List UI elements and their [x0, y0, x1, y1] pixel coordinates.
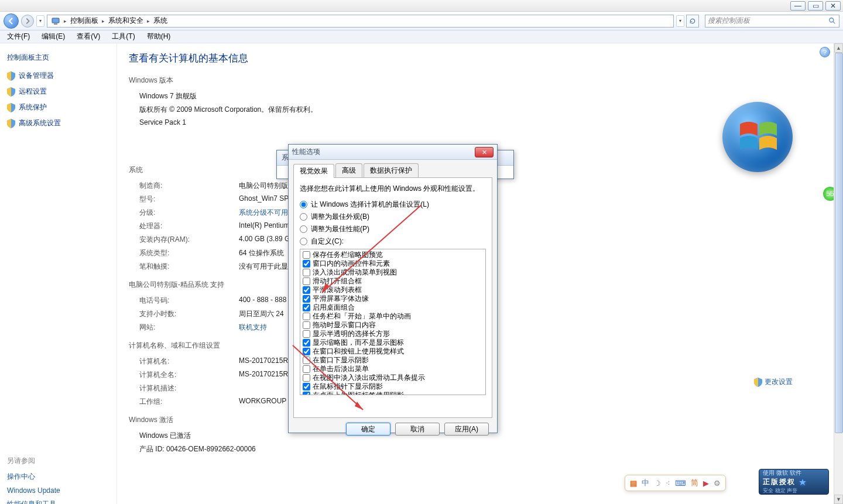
breadcrumb-item[interactable]: 控制面板 [68, 16, 101, 26]
checkbox-input[interactable] [303, 269, 310, 276]
breadcrumb-item[interactable]: 系统 [151, 16, 170, 26]
sidebar-home-link[interactable]: 控制面板主页 [7, 53, 109, 63]
ime-mode[interactable]: 简 [691, 478, 698, 488]
notification-badge[interactable]: 55 [823, 187, 834, 201]
menu-edit[interactable]: 编辑(E) [38, 30, 68, 43]
checkbox-input[interactable] [303, 374, 310, 382]
badge-line2: 正版授权 [763, 477, 825, 487]
nav-back-button[interactable] [4, 13, 19, 29]
dialog-close-button[interactable]: ✕ [475, 147, 494, 157]
menu-help[interactable]: 帮助(H) [143, 30, 174, 43]
checkbox-row-1[interactable]: 窗口内的动画控件和元素 [301, 259, 484, 268]
rating-label: 分级: [139, 208, 233, 218]
windows-edition-heading: Windows 版本 [129, 76, 822, 85]
scroll-down-button[interactable]: ▼ [834, 495, 843, 504]
checkbox-row-7[interactable]: 任务栏和「开始」菜单中的动画 [301, 312, 484, 321]
vertical-scrollbar[interactable]: ▲ ▼ [834, 43, 843, 504]
visual-effects-list[interactable]: 保存任务栏缩略图预览窗口内的动画控件和元素淡入淡出或滑动菜单到视图滑动打开组合框… [300, 249, 486, 395]
ime-moon-icon[interactable]: ☽ [654, 479, 661, 488]
maximize-button[interactable]: ▭ [808, 1, 823, 11]
badge-line3: 安全 稳定 声誉 [763, 487, 825, 495]
refresh-button[interactable] [686, 15, 699, 28]
checkbox-input[interactable] [303, 339, 310, 347]
checkbox-input[interactable] [303, 330, 310, 338]
ime-punct-icon[interactable]: ⁖ [666, 479, 670, 488]
ime-toolbar[interactable]: ▤ 中 ☽ ⁖ ⌨ 简 ▶ ⚙ [625, 475, 726, 491]
checkbox-input[interactable] [303, 356, 310, 364]
close-button[interactable]: ✕ [825, 1, 841, 11]
scroll-thumb[interactable] [835, 53, 843, 433]
ime-keyboard-icon[interactable]: ⌨ [675, 479, 686, 488]
tab-dep[interactable]: 数据执行保护 [364, 163, 419, 177]
radio-input[interactable] [300, 238, 307, 245]
checkbox-row-8[interactable]: 拖动时显示窗口内容 [301, 321, 484, 330]
checkbox-row-15[interactable]: 在鼠标指针下显示阴影 [301, 382, 484, 391]
menu-view[interactable]: 查看(V) [73, 30, 104, 43]
ime-gear-icon[interactable]: ⚙ [714, 479, 721, 488]
copyright-text: 版权所有 © 2009 Microsoft Corporation。保留所有权利… [139, 105, 822, 115]
address-bar[interactable]: ▸ 控制面板 ▸ 系统和安全 ▸ 系统 [47, 15, 674, 28]
sidebar-link-device-manager[interactable]: 设备管理器 [7, 71, 109, 81]
genuine-badge[interactable]: 使用 微软 软件 正版授权 安全 稳定 声誉 [759, 469, 829, 495]
checkbox-row-9[interactable]: 显示半透明的选择长方形 [301, 330, 484, 338]
checkbox-row-14[interactable]: 在视图中淡入淡出或滑动工具条提示 [301, 373, 484, 382]
search-input[interactable]: 搜索控制面板 [705, 15, 839, 28]
checkbox-input[interactable] [303, 392, 310, 395]
checkbox-input[interactable] [303, 251, 310, 259]
radio-option-1[interactable]: 调整为最佳外观(B) [300, 212, 486, 222]
checkbox-row-16[interactable]: 在桌面上为图标标签使用阴影 [301, 391, 484, 395]
checkbox-input[interactable] [303, 383, 310, 390]
help-button[interactable]: ? [820, 47, 830, 57]
address-dropdown[interactable]: ▾ [676, 15, 684, 27]
checkbox-row-11[interactable]: 在窗口和按钮上使用视觉样式 [301, 347, 484, 356]
checkbox-input[interactable] [303, 321, 310, 329]
radio-input[interactable] [300, 213, 307, 221]
ok-button[interactable]: 确定 [346, 423, 390, 436]
menu-tools[interactable]: 工具(T) [108, 30, 138, 43]
checkbox-row-4[interactable]: 平滑滚动列表框 [301, 286, 484, 294]
radio-input[interactable] [300, 225, 307, 233]
change-settings-link[interactable]: 更改设置 [754, 377, 793, 387]
ime-logo-icon[interactable]: ▤ [630, 479, 637, 488]
checkbox-input[interactable] [303, 295, 310, 303]
arrow-right-icon [24, 18, 31, 25]
checkbox-input[interactable] [303, 313, 310, 320]
checkbox-row-0[interactable]: 保存任务栏缩略图预览 [301, 251, 484, 259]
sidebar-link-advanced[interactable]: 高级系统设置 [7, 118, 109, 128]
checkbox-input[interactable] [303, 348, 310, 355]
nav-history-dropdown[interactable]: ▾ [36, 15, 44, 27]
checkbox-row-10[interactable]: 显示缩略图，而不是显示图标 [301, 338, 484, 347]
checkbox-input[interactable] [303, 260, 310, 268]
radio-input[interactable] [300, 201, 307, 208]
search-icon [828, 17, 837, 25]
checkbox-input[interactable] [303, 286, 310, 294]
tab-advanced[interactable]: 高级 [335, 163, 362, 177]
checkbox-input[interactable] [303, 365, 310, 373]
radio-option-0[interactable]: 让 Windows 选择计算机的最佳设置(L) [300, 200, 486, 210]
sidebar-related-windows-update[interactable]: Windows Update [7, 486, 109, 495]
apply-button[interactable]: 应用(A) [444, 423, 489, 436]
sidebar-related-perf-tools[interactable]: 性能信息和工具 [7, 499, 109, 504]
breadcrumb-item[interactable]: 系统和安全 [106, 16, 146, 26]
menu-file[interactable]: 文件(F) [4, 30, 33, 43]
ime-record-icon[interactable]: ▶ [703, 479, 709, 488]
sidebar-related-action-center[interactable]: 操作中心 [7, 472, 109, 482]
radio-option-3[interactable]: 自定义(C): [300, 236, 486, 246]
ime-lang[interactable]: 中 [642, 478, 649, 488]
checkbox-row-3[interactable]: 滑动打开组合框 [301, 277, 484, 286]
sidebar-link-remote[interactable]: 远程设置 [7, 87, 109, 97]
checkbox-input[interactable] [303, 304, 310, 311]
checkbox-row-6[interactable]: 启用桌面组合 [301, 303, 484, 312]
cancel-button[interactable]: 取消 [395, 423, 440, 436]
checkbox-row-2[interactable]: 淡入淡出或滑动菜单到视图 [301, 268, 484, 277]
checkbox-row-13[interactable]: 在单击后淡出菜单 [301, 365, 484, 373]
scroll-up-button[interactable]: ▲ [834, 43, 843, 53]
sidebar-link-protection[interactable]: 系统保护 [7, 102, 109, 112]
minimize-button[interactable]: — [790, 1, 806, 11]
nav-forward-button[interactable] [21, 15, 34, 28]
checkbox-row-12[interactable]: 在窗口下显示阴影 [301, 356, 484, 365]
radio-option-2[interactable]: 调整为最佳性能(P) [300, 224, 486, 234]
checkbox-input[interactable] [303, 277, 310, 285]
tab-visual-effects[interactable]: 视觉效果 [293, 164, 334, 178]
checkbox-row-5[interactable]: 平滑屏幕字体边缘 [301, 294, 484, 303]
